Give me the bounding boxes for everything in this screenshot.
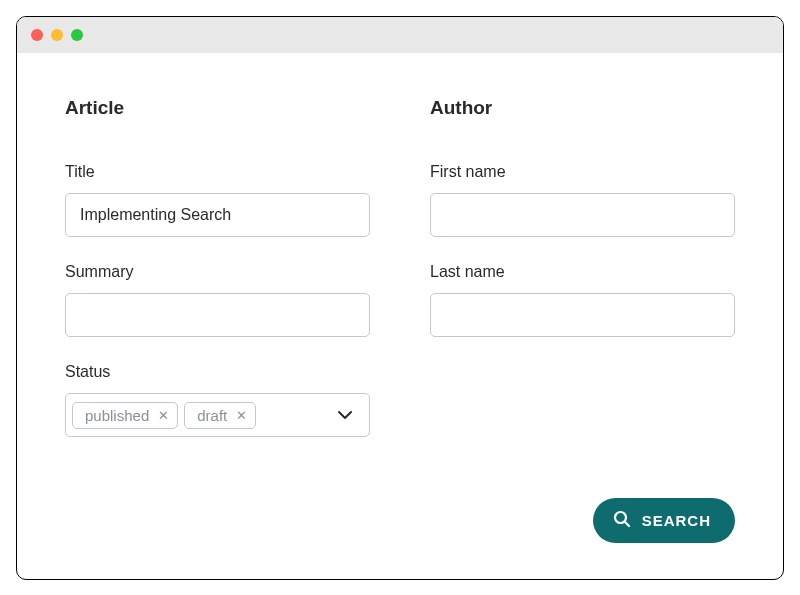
svg-line-1	[624, 522, 628, 526]
app-window: Article Title Summary Status published ✕…	[16, 16, 784, 580]
close-window-button[interactable]	[31, 29, 43, 41]
remove-tag-icon[interactable]: ✕	[158, 409, 169, 422]
article-section: Article Title Summary Status published ✕…	[65, 97, 370, 463]
search-icon	[613, 510, 631, 531]
title-field: Title	[65, 163, 370, 237]
status-multiselect[interactable]: published ✕ draft ✕	[65, 393, 370, 437]
summary-field: Summary	[65, 263, 370, 337]
maximize-window-button[interactable]	[71, 29, 83, 41]
status-tag-label: published	[85, 407, 149, 424]
author-heading: Author	[430, 97, 735, 119]
footer-actions: SEARCH	[593, 498, 735, 543]
title-label: Title	[65, 163, 370, 181]
last-name-field: Last name	[430, 263, 735, 337]
form-content: Article Title Summary Status published ✕…	[17, 53, 783, 491]
chevron-down-icon[interactable]	[337, 410, 353, 420]
author-section: Author First name Last name	[430, 97, 735, 463]
remove-tag-icon[interactable]: ✕	[236, 409, 247, 422]
first-name-label: First name	[430, 163, 735, 181]
titlebar	[17, 17, 783, 53]
status-tag-label: draft	[197, 407, 227, 424]
search-button[interactable]: SEARCH	[593, 498, 735, 543]
status-tag-published: published ✕	[72, 402, 178, 429]
search-button-label: SEARCH	[642, 512, 711, 529]
summary-input[interactable]	[65, 293, 370, 337]
last-name-input[interactable]	[430, 293, 735, 337]
status-field: Status published ✕ draft ✕	[65, 363, 370, 437]
first-name-field: First name	[430, 163, 735, 237]
article-heading: Article	[65, 97, 370, 119]
last-name-label: Last name	[430, 263, 735, 281]
status-label: Status	[65, 363, 370, 381]
summary-label: Summary	[65, 263, 370, 281]
minimize-window-button[interactable]	[51, 29, 63, 41]
status-tag-draft: draft ✕	[184, 402, 256, 429]
first-name-input[interactable]	[430, 193, 735, 237]
title-input[interactable]	[65, 193, 370, 237]
